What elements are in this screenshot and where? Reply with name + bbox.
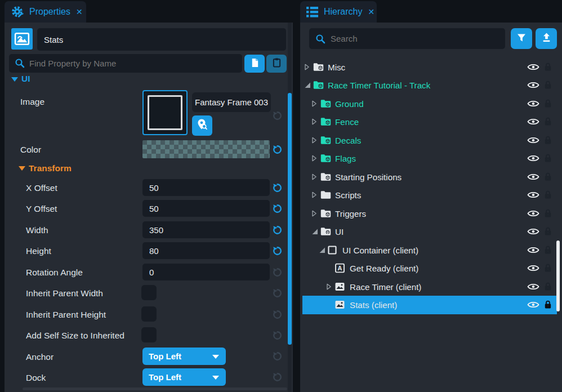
expand-arrow-icon[interactable]	[304, 63, 310, 70]
lock-icon[interactable]	[544, 154, 552, 163]
tree-item[interactable]: UI	[302, 222, 557, 241]
color-swatch[interactable]	[142, 140, 270, 158]
tree-item[interactable]: Race Timer Tutorial - Track	[302, 76, 557, 95]
close-icon[interactable]: ✕	[368, 7, 374, 16]
tree-item[interactable]: Triggers	[302, 204, 557, 222]
eye-icon[interactable]	[527, 283, 539, 290]
lock-icon[interactable]	[544, 99, 552, 108]
height-input[interactable]	[142, 242, 270, 259]
expand-arrow-icon[interactable]	[311, 173, 317, 180]
width-input[interactable]	[142, 221, 270, 238]
hierarchy-scrollbar[interactable]	[556, 240, 560, 311]
find-asset-button[interactable]	[192, 115, 212, 136]
eye-icon[interactable]	[527, 82, 539, 89]
inherit-parent-height-checkbox[interactable]	[141, 306, 157, 322]
reset-icon[interactable]	[272, 330, 283, 341]
tree-item[interactable]: Scripts	[302, 186, 557, 204]
lock-icon[interactable]	[544, 136, 552, 145]
collapse-arrow-icon[interactable]	[304, 82, 311, 88]
folder-cube-icon	[313, 81, 324, 90]
tab-hierarchy[interactable]: Hierarchy ✕	[300, 1, 377, 23]
x-offset-input[interactable]	[142, 179, 270, 196]
eye-icon[interactable]	[527, 136, 539, 144]
upload-button[interactable]	[536, 28, 557, 49]
ui-section-header[interactable]: UI	[21, 74, 30, 84]
expand-arrow-icon[interactable]	[311, 100, 317, 107]
entity-name-input[interactable]	[37, 28, 286, 51]
tree-item[interactable]: Starting Positions	[302, 167, 557, 186]
image-thumbnail[interactable]	[142, 90, 188, 135]
ui-section-collapse-icon[interactable]	[11, 77, 18, 82]
tree-item[interactable]: Decals	[302, 131, 557, 149]
reset-icon[interactable]	[272, 203, 283, 214]
lock-icon[interactable]	[544, 282, 552, 291]
dock-dropdown[interactable]: Top Left	[142, 368, 226, 386]
eye-icon[interactable]	[527, 100, 539, 107]
horizontal-scrollbar[interactable]	[23, 387, 287, 390]
reset-icon[interactable]	[272, 288, 283, 299]
reset-icon[interactable]	[272, 372, 283, 382]
lock-icon[interactable]	[544, 300, 552, 309]
paste-button[interactable]	[266, 55, 287, 73]
eye-icon[interactable]	[527, 210, 539, 217]
y-offset-input[interactable]	[142, 200, 270, 217]
lock-icon[interactable]	[544, 81, 552, 90]
tree-item[interactable]: Ground	[302, 94, 557, 113]
tree-item-label: Misc	[328, 62, 345, 72]
eye-icon[interactable]	[527, 173, 539, 180]
eye-icon[interactable]	[527, 191, 539, 199]
filter-button[interactable]	[511, 28, 532, 49]
tree-item[interactable]: AGet Ready (client)	[302, 259, 557, 278]
rotation-angle-input[interactable]	[142, 264, 270, 280]
expand-arrow-icon[interactable]	[326, 283, 332, 290]
eye-icon[interactable]	[527, 265, 539, 272]
reset-icon[interactable]	[272, 182, 283, 193]
vertical-scrollbar[interactable]	[288, 93, 292, 345]
tree-item[interactable]: Misc	[302, 57, 557, 76]
expand-arrow-icon[interactable]	[311, 210, 317, 217]
add-self-size-checkbox[interactable]	[141, 327, 157, 342]
lock-icon[interactable]	[544, 264, 552, 273]
eye-icon[interactable]	[527, 246, 539, 253]
transform-collapse-icon[interactable]	[19, 166, 25, 171]
collapse-arrow-icon[interactable]	[311, 228, 318, 235]
eye-icon[interactable]	[527, 228, 539, 235]
eye-icon[interactable]	[527, 63, 539, 70]
collapse-arrow-icon[interactable]	[319, 247, 325, 253]
inherit-parent-width-checkbox[interactable]	[141, 285, 157, 300]
tree-item[interactable]: Fence	[302, 113, 557, 131]
close-icon[interactable]: ✕	[76, 7, 83, 16]
expand-arrow-icon[interactable]	[311, 155, 317, 162]
reset-icon[interactable]	[272, 309, 283, 320]
tree-item[interactable]: Stats (client)	[302, 296, 557, 314]
reset-icon[interactable]	[272, 110, 283, 121]
anchor-dropdown[interactable]: Top Left	[142, 348, 226, 365]
reset-icon[interactable]	[272, 225, 283, 235]
eye-icon[interactable]	[527, 155, 539, 162]
lock-icon[interactable]	[544, 227, 552, 236]
copy-button[interactable]	[244, 55, 265, 73]
find-property-input[interactable]	[9, 54, 242, 73]
lock-icon[interactable]	[544, 209, 552, 218]
reset-icon[interactable]	[272, 351, 283, 362]
expand-arrow-icon[interactable]	[311, 118, 317, 126]
tree-item[interactable]: UI Container (client)	[302, 240, 557, 259]
lock-icon[interactable]	[544, 117, 552, 126]
tree-item[interactable]: Flags	[302, 149, 557, 168]
reset-icon[interactable]	[272, 267, 283, 278]
tree-item[interactable]: Race Timer (client)	[302, 277, 557, 296]
transform-section-header[interactable]: Transform	[29, 163, 72, 173]
expand-arrow-icon[interactable]	[311, 136, 317, 144]
hierarchy-search-input[interactable]	[309, 28, 505, 49]
tab-properties[interactable]: Properties ✕	[5, 1, 86, 23]
eye-icon[interactable]	[527, 118, 539, 126]
eye-icon[interactable]	[527, 301, 539, 309]
lock-icon[interactable]	[544, 172, 552, 181]
lock-icon[interactable]	[544, 246, 552, 255]
expand-arrow-icon[interactable]	[311, 191, 317, 199]
lock-icon[interactable]	[544, 190, 552, 199]
reset-icon[interactable]	[272, 246, 283, 256]
lock-icon[interactable]	[544, 63, 552, 72]
reset-icon[interactable]	[272, 144, 283, 155]
tree-item-label: Fence	[335, 117, 359, 127]
